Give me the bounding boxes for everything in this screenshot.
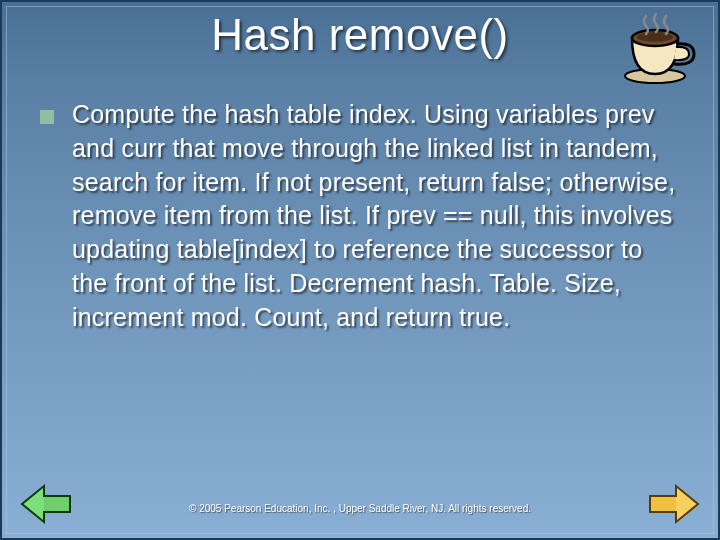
arrow-right-icon: [648, 482, 700, 526]
body-text: Compute the hash table index. Using vari…: [72, 98, 678, 334]
arrow-left-icon: [20, 482, 72, 526]
bullet-block: Compute the hash table index. Using vari…: [40, 98, 678, 334]
slide: Hash remove() Compute the hash table ind…: [0, 0, 720, 540]
slide-title: Hash remove(): [2, 10, 718, 60]
copyright-footer: © 2005 Pearson Education, Inc. , Upper S…: [2, 503, 718, 514]
next-button[interactable]: [648, 482, 700, 526]
bullet-icon: [40, 110, 54, 124]
coffee-cup-icon: [618, 10, 700, 88]
prev-button[interactable]: [20, 482, 72, 526]
